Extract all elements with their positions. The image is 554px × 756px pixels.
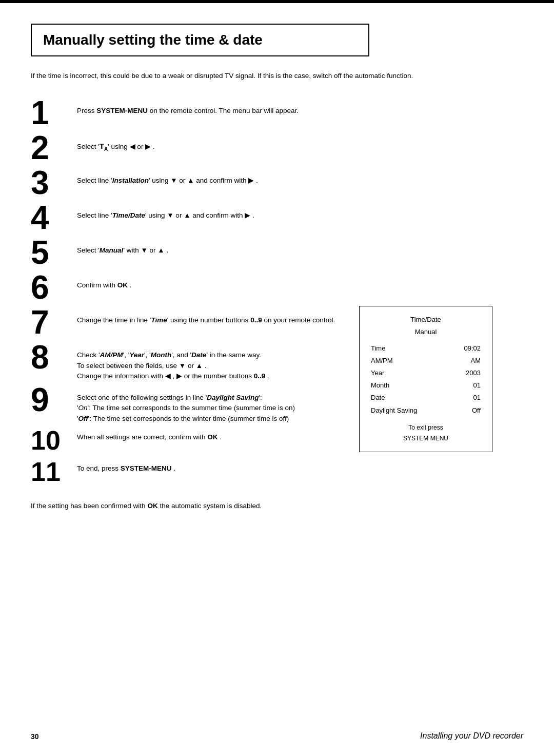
- step-number-3: 3: [31, 166, 77, 199]
- page-number: 30: [31, 732, 39, 741]
- title-box: Manually setting the time & date: [31, 24, 369, 56]
- step-4: 4 Select line 'Time/Date' using ▼ or ▲ a…: [31, 201, 523, 234]
- step-text-10: When all settings are correct, confirm w…: [77, 426, 364, 442]
- step-9: 9 Select one of the following settings i…: [31, 383, 523, 424]
- intro-text: If the time is incorrect, this could be …: [31, 71, 472, 81]
- step-number-4: 4: [31, 201, 77, 234]
- step-number-9: 9: [31, 383, 77, 416]
- step-text-5: Select 'Manual' with ▼ or ▲ .: [77, 236, 364, 256]
- page-label: Installing your DVD recorder: [420, 731, 523, 741]
- step-text-11: To end, press SYSTEM-MENU .: [77, 457, 364, 474]
- page-bottom: 30 Installing your DVD recorder: [31, 731, 523, 741]
- step-text-3: Select line 'Installation' using ▼ or ▲ …: [77, 166, 364, 186]
- step-8: 8 Check 'AM/PM', 'Year', 'Month', and 'D…: [31, 341, 523, 381]
- step-number-10: 10: [31, 426, 77, 455]
- step-number-6: 6: [31, 271, 77, 304]
- step-text-9: Select one of the following settings in …: [77, 383, 364, 424]
- step-1: 1 Press SYSTEM-MENU on the remote contro…: [31, 96, 523, 129]
- step-number-5: 5: [31, 236, 77, 269]
- step-10: 10 When all settings are correct, confir…: [31, 426, 523, 455]
- step-3: 3 Select line 'Installation' using ▼ or …: [31, 166, 523, 199]
- step-number-7: 7: [31, 306, 77, 339]
- step-text-7: Change the time in line 'Time' using the…: [77, 306, 364, 325]
- step-text-4: Select line 'Time/Date' using ▼ or ▲ and…: [77, 201, 364, 221]
- step-text-1: Press SYSTEM-MENU on the remote control.…: [77, 96, 364, 116]
- step-6: 6 Confirm with OK .: [31, 271, 523, 304]
- page-title: Manually setting the time & date: [43, 32, 357, 48]
- step-text-8: Check 'AM/PM', 'Year', 'Month', and 'Dat…: [77, 341, 364, 381]
- step-number-2: 2: [31, 131, 77, 164]
- step-text-2: Select 'TA' using ◀ or ▶ .: [77, 131, 364, 153]
- step-11: 11 To end, press SYSTEM-MENU .: [31, 457, 523, 487]
- step-2: 2 Select 'TA' using ◀ or ▶ .: [31, 131, 523, 164]
- step-number-8: 8: [31, 341, 77, 374]
- step-number-1: 1: [31, 96, 77, 129]
- step-text-6: Confirm with OK .: [77, 271, 364, 290]
- step-5: 5 Select 'Manual' with ▼ or ▲ .: [31, 236, 523, 269]
- footer-note: If the setting has been confirmed with O…: [31, 502, 390, 510]
- step-7: 7 Change the time in line 'Time' using t…: [31, 306, 523, 339]
- steps-7-8-section: Time/Date Manual Time 09:02 AM/PM AM Yea…: [31, 306, 523, 381]
- step-number-11: 11: [31, 457, 77, 487]
